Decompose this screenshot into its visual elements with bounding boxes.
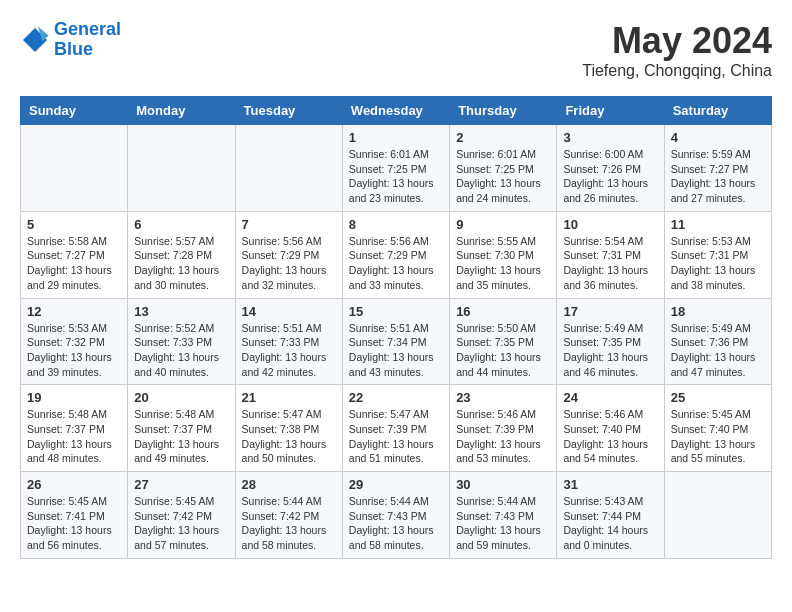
calendar-cell: [21, 125, 128, 212]
day-info: Sunrise: 5:53 AM Sunset: 7:31 PM Dayligh…: [671, 234, 765, 293]
day-info: Sunrise: 5:59 AM Sunset: 7:27 PM Dayligh…: [671, 147, 765, 206]
day-info: Sunrise: 5:46 AM Sunset: 7:39 PM Dayligh…: [456, 407, 550, 466]
calendar-week-2: 5Sunrise: 5:58 AM Sunset: 7:27 PM Daylig…: [21, 211, 772, 298]
day-info: Sunrise: 6:01 AM Sunset: 7:25 PM Dayligh…: [349, 147, 443, 206]
day-number: 11: [671, 217, 765, 232]
calendar-cell: 27Sunrise: 5:45 AM Sunset: 7:42 PM Dayli…: [128, 472, 235, 559]
calendar-cell: 25Sunrise: 5:45 AM Sunset: 7:40 PM Dayli…: [664, 385, 771, 472]
day-number: 12: [27, 304, 121, 319]
day-info: Sunrise: 5:51 AM Sunset: 7:33 PM Dayligh…: [242, 321, 336, 380]
calendar-cell: [235, 125, 342, 212]
calendar-cell: 23Sunrise: 5:46 AM Sunset: 7:39 PM Dayli…: [450, 385, 557, 472]
day-number: 7: [242, 217, 336, 232]
day-info: Sunrise: 5:56 AM Sunset: 7:29 PM Dayligh…: [242, 234, 336, 293]
day-number: 6: [134, 217, 228, 232]
calendar-cell: 20Sunrise: 5:48 AM Sunset: 7:37 PM Dayli…: [128, 385, 235, 472]
calendar-cell: 9Sunrise: 5:55 AM Sunset: 7:30 PM Daylig…: [450, 211, 557, 298]
calendar-cell: 26Sunrise: 5:45 AM Sunset: 7:41 PM Dayli…: [21, 472, 128, 559]
logo: General Blue: [20, 20, 121, 60]
day-info: Sunrise: 5:53 AM Sunset: 7:32 PM Dayligh…: [27, 321, 121, 380]
day-info: Sunrise: 5:52 AM Sunset: 7:33 PM Dayligh…: [134, 321, 228, 380]
day-info: Sunrise: 5:45 AM Sunset: 7:42 PM Dayligh…: [134, 494, 228, 553]
day-number: 28: [242, 477, 336, 492]
day-info: Sunrise: 5:44 AM Sunset: 7:43 PM Dayligh…: [349, 494, 443, 553]
day-header-tuesday: Tuesday: [235, 97, 342, 125]
calendar-cell: 28Sunrise: 5:44 AM Sunset: 7:42 PM Dayli…: [235, 472, 342, 559]
calendar-cell: 31Sunrise: 5:43 AM Sunset: 7:44 PM Dayli…: [557, 472, 664, 559]
day-info: Sunrise: 5:55 AM Sunset: 7:30 PM Dayligh…: [456, 234, 550, 293]
calendar-cell: 14Sunrise: 5:51 AM Sunset: 7:33 PM Dayli…: [235, 298, 342, 385]
day-info: Sunrise: 5:49 AM Sunset: 7:35 PM Dayligh…: [563, 321, 657, 380]
day-number: 1: [349, 130, 443, 145]
calendar-table: SundayMondayTuesdayWednesdayThursdayFrid…: [20, 96, 772, 559]
day-number: 16: [456, 304, 550, 319]
month-title: May 2024: [582, 20, 772, 62]
calendar-cell: 6Sunrise: 5:57 AM Sunset: 7:28 PM Daylig…: [128, 211, 235, 298]
calendar-body: 1Sunrise: 6:01 AM Sunset: 7:25 PM Daylig…: [21, 125, 772, 559]
calendar-cell: 7Sunrise: 5:56 AM Sunset: 7:29 PM Daylig…: [235, 211, 342, 298]
calendar-cell: 13Sunrise: 5:52 AM Sunset: 7:33 PM Dayli…: [128, 298, 235, 385]
day-info: Sunrise: 5:50 AM Sunset: 7:35 PM Dayligh…: [456, 321, 550, 380]
day-number: 31: [563, 477, 657, 492]
day-number: 24: [563, 390, 657, 405]
calendar-cell: 12Sunrise: 5:53 AM Sunset: 7:32 PM Dayli…: [21, 298, 128, 385]
day-info: Sunrise: 5:54 AM Sunset: 7:31 PM Dayligh…: [563, 234, 657, 293]
day-header-friday: Friday: [557, 97, 664, 125]
calendar-cell: 2Sunrise: 6:01 AM Sunset: 7:25 PM Daylig…: [450, 125, 557, 212]
day-number: 18: [671, 304, 765, 319]
calendar-cell: 5Sunrise: 5:58 AM Sunset: 7:27 PM Daylig…: [21, 211, 128, 298]
day-number: 29: [349, 477, 443, 492]
calendar-cell: 16Sunrise: 5:50 AM Sunset: 7:35 PM Dayli…: [450, 298, 557, 385]
day-number: 21: [242, 390, 336, 405]
calendar-cell: 22Sunrise: 5:47 AM Sunset: 7:39 PM Dayli…: [342, 385, 449, 472]
calendar-week-5: 26Sunrise: 5:45 AM Sunset: 7:41 PM Dayli…: [21, 472, 772, 559]
calendar-cell: 15Sunrise: 5:51 AM Sunset: 7:34 PM Dayli…: [342, 298, 449, 385]
logo-icon: [20, 25, 50, 55]
day-number: 27: [134, 477, 228, 492]
day-number: 4: [671, 130, 765, 145]
day-header-saturday: Saturday: [664, 97, 771, 125]
day-info: Sunrise: 5:44 AM Sunset: 7:42 PM Dayligh…: [242, 494, 336, 553]
calendar-cell: 24Sunrise: 5:46 AM Sunset: 7:40 PM Dayli…: [557, 385, 664, 472]
day-info: Sunrise: 5:45 AM Sunset: 7:41 PM Dayligh…: [27, 494, 121, 553]
day-info: Sunrise: 6:00 AM Sunset: 7:26 PM Dayligh…: [563, 147, 657, 206]
day-number: 8: [349, 217, 443, 232]
day-info: Sunrise: 5:43 AM Sunset: 7:44 PM Dayligh…: [563, 494, 657, 553]
calendar-cell: 1Sunrise: 6:01 AM Sunset: 7:25 PM Daylig…: [342, 125, 449, 212]
day-info: Sunrise: 5:56 AM Sunset: 7:29 PM Dayligh…: [349, 234, 443, 293]
day-info: Sunrise: 5:51 AM Sunset: 7:34 PM Dayligh…: [349, 321, 443, 380]
day-number: 30: [456, 477, 550, 492]
calendar-header-row: SundayMondayTuesdayWednesdayThursdayFrid…: [21, 97, 772, 125]
day-number: 20: [134, 390, 228, 405]
day-info: Sunrise: 6:01 AM Sunset: 7:25 PM Dayligh…: [456, 147, 550, 206]
calendar-cell: 8Sunrise: 5:56 AM Sunset: 7:29 PM Daylig…: [342, 211, 449, 298]
day-number: 15: [349, 304, 443, 319]
calendar-cell: 18Sunrise: 5:49 AM Sunset: 7:36 PM Dayli…: [664, 298, 771, 385]
day-number: 17: [563, 304, 657, 319]
day-info: Sunrise: 5:46 AM Sunset: 7:40 PM Dayligh…: [563, 407, 657, 466]
logo-text: General Blue: [54, 20, 121, 60]
day-number: 25: [671, 390, 765, 405]
day-header-wednesday: Wednesday: [342, 97, 449, 125]
calendar-week-1: 1Sunrise: 6:01 AM Sunset: 7:25 PM Daylig…: [21, 125, 772, 212]
calendar-cell: 30Sunrise: 5:44 AM Sunset: 7:43 PM Dayli…: [450, 472, 557, 559]
day-header-sunday: Sunday: [21, 97, 128, 125]
day-info: Sunrise: 5:45 AM Sunset: 7:40 PM Dayligh…: [671, 407, 765, 466]
calendar-cell: 29Sunrise: 5:44 AM Sunset: 7:43 PM Dayli…: [342, 472, 449, 559]
day-number: 13: [134, 304, 228, 319]
calendar-cell: 10Sunrise: 5:54 AM Sunset: 7:31 PM Dayli…: [557, 211, 664, 298]
day-number: 23: [456, 390, 550, 405]
day-number: 26: [27, 477, 121, 492]
calendar-cell: 19Sunrise: 5:48 AM Sunset: 7:37 PM Dayli…: [21, 385, 128, 472]
calendar-week-3: 12Sunrise: 5:53 AM Sunset: 7:32 PM Dayli…: [21, 298, 772, 385]
day-number: 3: [563, 130, 657, 145]
day-number: 9: [456, 217, 550, 232]
calendar-week-4: 19Sunrise: 5:48 AM Sunset: 7:37 PM Dayli…: [21, 385, 772, 472]
day-info: Sunrise: 5:44 AM Sunset: 7:43 PM Dayligh…: [456, 494, 550, 553]
location: Tiefeng, Chongqing, China: [582, 62, 772, 80]
calendar-cell: [128, 125, 235, 212]
calendar-cell: 21Sunrise: 5:47 AM Sunset: 7:38 PM Dayli…: [235, 385, 342, 472]
calendar-cell: 4Sunrise: 5:59 AM Sunset: 7:27 PM Daylig…: [664, 125, 771, 212]
day-header-thursday: Thursday: [450, 97, 557, 125]
day-number: 22: [349, 390, 443, 405]
